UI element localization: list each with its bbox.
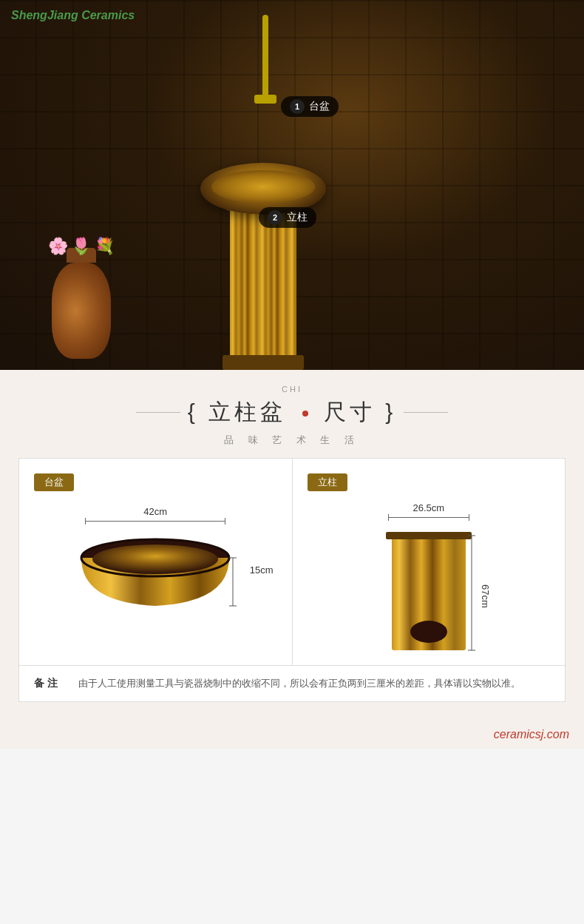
svg-text:67cm: 67cm bbox=[480, 584, 491, 608]
dimensions-section: 台盆 42cm bbox=[0, 458, 584, 721]
title-line-right bbox=[404, 412, 448, 413]
flower-1: 🌸 bbox=[48, 237, 68, 256]
annotation-column-number: 2 bbox=[268, 210, 282, 225]
column-svg: 67cm bbox=[355, 528, 503, 665]
basin-height-label: 15cm bbox=[250, 564, 274, 576]
flowers: 🌸 🌷 💐 bbox=[48, 237, 115, 256]
subtitle: 品 味 艺 术 生 活 bbox=[0, 434, 584, 447]
column-dims-panel: 立柱 26.5cm bbox=[293, 459, 566, 665]
footer-section: ceramicsj.com bbox=[0, 721, 584, 749]
flower-2: 🌷 bbox=[71, 237, 91, 256]
faucet bbox=[262, 15, 268, 104]
brand-logo: ShengJiang Ceramics bbox=[11, 9, 135, 22]
annotation-column: 2 立柱 bbox=[259, 207, 316, 228]
left-brace: { bbox=[188, 399, 199, 424]
column-width-line bbox=[388, 517, 469, 518]
faucet-head bbox=[254, 95, 276, 104]
dimensions-box: 台盆 42cm bbox=[18, 458, 566, 702]
sink-assembly bbox=[200, 152, 326, 370]
column-width-label: 26.5cm bbox=[412, 502, 444, 513]
svg-rect-7 bbox=[386, 532, 472, 539]
vase-body bbox=[52, 263, 111, 359]
dims-top-row: 台盆 42cm bbox=[19, 459, 565, 666]
pedestal-column bbox=[230, 207, 296, 355]
title-text-2: 尺寸 bbox=[324, 399, 376, 424]
decorative-vase: 🌸 🌷 💐 bbox=[44, 252, 118, 370]
main-title: { 立柱盆 尺寸 } bbox=[188, 397, 396, 428]
hero-background: 🌸 🌷 💐 1 台盆 2 立柱 bbox=[0, 0, 584, 370]
annotation-basin-label: 台盆 bbox=[309, 100, 330, 113]
basin-width-label: 42cm bbox=[143, 506, 167, 517]
website-url: ceramicsj.com bbox=[494, 728, 569, 741]
chi-label: CHI bbox=[0, 385, 584, 394]
right-brace: } bbox=[385, 399, 396, 424]
basin-label: 台盆 bbox=[34, 473, 74, 491]
column-label: 立柱 bbox=[308, 473, 347, 491]
note-text: 由于人工使用测量工具与瓷器烧制中的收缩不同，所以会有正负两到三厘米的差距，具体请… bbox=[78, 677, 520, 690]
pedestal-base bbox=[223, 355, 304, 370]
basin-inner bbox=[211, 170, 315, 203]
title-section: CHI { 立柱盆 尺寸 } 品 味 艺 术 生 活 bbox=[0, 370, 584, 458]
basin-diagram: 42cm bbox=[34, 502, 277, 621]
annotation-column-label: 立柱 bbox=[287, 211, 308, 224]
dims-note-row: 备 注 由于人工使用测量工具与瓷器烧制中的收缩不同，所以会有正负两到三厘米的差距… bbox=[19, 666, 565, 701]
annotation-basin: 1 台盆 bbox=[281, 96, 339, 117]
hero-section: 🌸 🌷 💐 1 台盆 2 立柱 ShengJiang Ceramics bbox=[0, 0, 584, 370]
annotation-basin-number: 1 bbox=[290, 99, 305, 114]
annotation-column-bubble: 2 立柱 bbox=[259, 207, 316, 228]
flower-3: 💐 bbox=[95, 237, 115, 256]
note-label: 备 注 bbox=[34, 677, 64, 690]
annotation-basin-bubble: 1 台盆 bbox=[281, 96, 339, 117]
svg-point-2 bbox=[92, 544, 218, 574]
column-diagram: 26.5cm bbox=[308, 502, 551, 650]
basin-width-line bbox=[85, 521, 225, 522]
title-dot bbox=[302, 411, 308, 417]
basin-dims-panel: 台盆 42cm bbox=[19, 459, 293, 665]
title-text-1: 立柱盆 bbox=[208, 399, 286, 424]
title-line-left bbox=[136, 412, 180, 413]
basin-svg bbox=[74, 532, 237, 613]
title-line: { 立柱盆 尺寸 } bbox=[0, 397, 584, 428]
svg-point-8 bbox=[410, 621, 447, 643]
